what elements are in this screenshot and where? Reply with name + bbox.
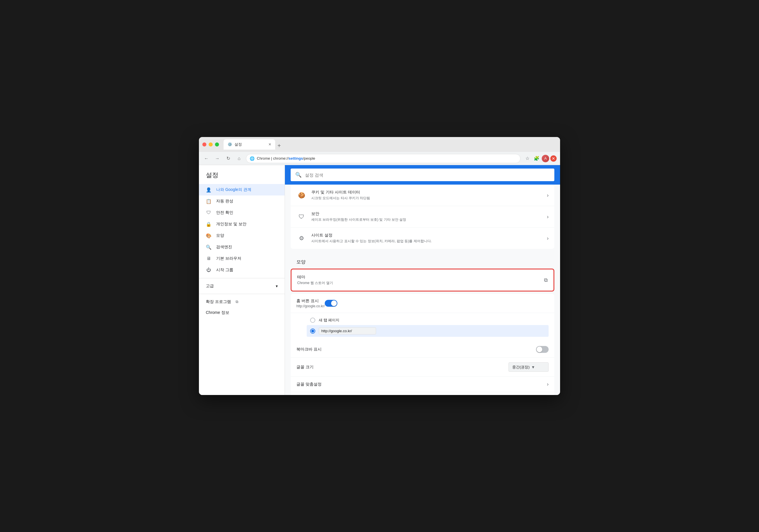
back-button[interactable]: ← bbox=[202, 154, 210, 163]
font-size-row: 글꼴 크기 중간(권장) ▾ bbox=[291, 358, 554, 377]
sidebar-item-privacy[interactable]: 🔒 개인정보 및 보안 bbox=[199, 219, 285, 230]
sidebar-item-startup[interactable]: ⏻ 시작 그룹 bbox=[199, 264, 285, 276]
refresh-icon: ↻ bbox=[226, 156, 230, 161]
home-button-sublabel: http://google.co.kr/ bbox=[297, 304, 325, 308]
home-button-toggle[interactable] bbox=[325, 300, 338, 307]
new-tab-button[interactable]: + bbox=[275, 143, 283, 149]
home-button-text: 홈 버튼 표시 http://google.co.kr/ bbox=[297, 298, 325, 308]
window-close-button[interactable] bbox=[202, 143, 206, 146]
autofill-icon: 📋 bbox=[206, 198, 212, 204]
bookmarks-bar-toggle[interactable] bbox=[536, 346, 549, 353]
radio-new-tab[interactable]: 새 탭 페이지 bbox=[307, 315, 549, 325]
back-icon: ← bbox=[204, 156, 209, 161]
cookies-text: 쿠키 및 기타 사이트 데이터 시크릿 모드에서는 타사 쿠키가 차단됨 bbox=[311, 190, 547, 201]
sidebar-item-label-autofill: 자동 완성 bbox=[216, 199, 233, 204]
security-arrow: › bbox=[547, 214, 549, 220]
main-content: 설정 👤 나와 Google의 관계 📋 자동 완성 🛡 안전 확인 🔒 개인정… bbox=[199, 165, 560, 395]
radio-new-tab-circle bbox=[310, 318, 315, 323]
bookmark-button[interactable]: ☆ bbox=[523, 154, 532, 163]
page-zoom-row: 페이지 확대/축소 100% ▾ bbox=[291, 392, 554, 395]
site-settings-text: 사이트 설정 사이트에서 사용하고 표시할 수 있는 정보(위치, 카메라, 팝… bbox=[311, 233, 547, 244]
tab-label: 설정 bbox=[234, 142, 242, 147]
url-suffix: /people bbox=[303, 156, 315, 160]
theme-card: 테마 Chrome 웹 스토어 열기 ⧉ bbox=[291, 268, 554, 292]
window-maximize-button[interactable] bbox=[215, 143, 219, 146]
home-button-label: 홈 버튼 표시 bbox=[297, 298, 325, 304]
sidebar-item-appearance[interactable]: 🎨 모양 bbox=[199, 230, 285, 241]
url-prefix: Chrome | chrome:// bbox=[257, 156, 289, 160]
security-text: 보안 세이프 브라우징(위험한 사이트로부터 보호) 및 기타 보안 설정 bbox=[311, 211, 547, 222]
url-text: Chrome | chrome://settings/people bbox=[257, 156, 315, 160]
radio-custom-url-circle bbox=[310, 328, 315, 334]
active-tab[interactable]: ⚙️ 설정 × bbox=[223, 139, 275, 150]
me-google-icon: 👤 bbox=[206, 187, 212, 193]
extensions-button[interactable]: 🧩 bbox=[533, 154, 540, 163]
home-button[interactable]: ⌂ bbox=[235, 154, 243, 163]
radio-inner bbox=[311, 330, 314, 333]
font-custom-arrow: › bbox=[547, 381, 549, 387]
window-minimize-button[interactable] bbox=[209, 143, 213, 146]
font-custom-row[interactable]: 글꼴 맞춤설정 › bbox=[291, 377, 554, 392]
theme-title: 테마 bbox=[297, 275, 544, 280]
sidebar-extensions[interactable]: 확장 프로그램 ⧉ bbox=[199, 296, 285, 307]
sidebar-item-label-privacy: 개인정보 및 보안 bbox=[216, 222, 247, 227]
radio-custom-url[interactable] bbox=[307, 325, 549, 337]
top-list-section: 🍪 쿠키 및 기타 사이트 데이터 시크릿 모드에서는 타사 쿠키가 차단됨 ›… bbox=[285, 184, 560, 395]
security-row[interactable]: 🛡 보안 세이프 브라우징(위험한 사이트로부터 보호) 및 기타 보안 설정 … bbox=[291, 206, 554, 227]
tab-close-button[interactable]: × bbox=[268, 142, 271, 147]
chrome-menu-button[interactable]: ✕ bbox=[550, 155, 557, 162]
chrome-info-label: Chrome 정보 bbox=[206, 310, 229, 315]
cookies-arrow: › bbox=[547, 192, 549, 198]
sidebar-item-label-me-google: 나와 Google의 관계 bbox=[216, 187, 251, 192]
font-size-select[interactable]: 중간(권장) ▾ bbox=[508, 362, 549, 372]
top-list-card: 🍪 쿠키 및 기타 사이트 데이터 시크릿 모드에서는 타사 쿠키가 차단됨 ›… bbox=[291, 184, 554, 249]
url-bar[interactable]: 🌐 Chrome | chrome://settings/people bbox=[246, 154, 521, 163]
theme-row[interactable]: 테마 Chrome 웹 스토어 열기 ⧉ bbox=[292, 269, 553, 291]
font-size-arrow: ▾ bbox=[532, 364, 534, 370]
site-settings-desc: 사이트에서 사용하고 표시할 수 있는 정보(위치, 카메라, 팝업 등)를 제… bbox=[311, 239, 547, 244]
theme-external-link-icon: ⧉ bbox=[544, 277, 548, 283]
sidebar-item-autofill[interactable]: 📋 자동 완성 bbox=[199, 195, 285, 207]
settings-tab-icon: ⚙️ bbox=[227, 142, 232, 147]
extensions-label: 확장 프로그램 bbox=[206, 299, 231, 305]
startup-icon: ⏻ bbox=[206, 267, 212, 273]
user-avatar[interactable]: A bbox=[542, 155, 549, 162]
tab-bar: ⚙️ 설정 × + bbox=[223, 139, 557, 150]
advanced-label: 고급 bbox=[206, 283, 214, 289]
sidebar-nav: 👤 나와 Google의 관계 📋 자동 완성 🛡 안전 확인 🔒 개인정보 및… bbox=[199, 184, 285, 318]
sidebar-title: 설정 bbox=[199, 165, 285, 184]
sidebar-item-default-browser[interactable]: 🖥 기본 브라우저 bbox=[199, 253, 285, 264]
sidebar-item-me-google[interactable]: 👤 나와 Google의 관계 bbox=[199, 184, 285, 195]
window-controls bbox=[202, 143, 219, 146]
search-engine-icon: 🔍 bbox=[206, 244, 212, 250]
refresh-button[interactable]: ↻ bbox=[224, 154, 232, 163]
home-button-radio-group: 새 탭 페이지 bbox=[291, 313, 554, 341]
radio-custom-url-input[interactable] bbox=[319, 327, 376, 335]
sidebar-advanced[interactable]: 고급 ▾ bbox=[199, 281, 285, 292]
default-browser-icon: 🖥 bbox=[206, 256, 212, 262]
font-size-label: 글꼴 크기 bbox=[297, 365, 508, 370]
appearance-label: 모양 bbox=[291, 253, 554, 268]
sidebar-item-safety[interactable]: 🛡 안전 확인 bbox=[199, 207, 285, 219]
bookmarks-toggle-knob bbox=[537, 347, 542, 352]
address-actions: ☆ 🧩 A ✕ bbox=[523, 154, 557, 163]
radio-new-tab-label: 새 탭 페이지 bbox=[319, 318, 340, 323]
forward-button[interactable]: → bbox=[213, 154, 221, 163]
search-input[interactable] bbox=[305, 173, 550, 178]
privacy-icon: 🔒 bbox=[206, 221, 212, 227]
title-bar: ⚙️ 설정 × + bbox=[199, 137, 560, 152]
site-settings-row[interactable]: ⚙ 사이트 설정 사이트에서 사용하고 표시할 수 있는 정보(위치, 카메라,… bbox=[291, 227, 554, 249]
sidebar-item-label-startup: 시작 그룹 bbox=[216, 267, 233, 272]
cookies-row[interactable]: 🍪 쿠키 및 기타 사이트 데이터 시크릿 모드에서는 타사 쿠키가 차단됨 › bbox=[291, 184, 554, 206]
safety-icon: 🛡 bbox=[206, 210, 212, 216]
search-icon: 🔍 bbox=[295, 172, 301, 178]
bookmarks-bar-row: 북마크바 표시 bbox=[291, 341, 554, 358]
sidebar-item-search-engine[interactable]: 🔍 검색엔진 bbox=[199, 241, 285, 253]
home-icon: ⌂ bbox=[238, 156, 240, 161]
url-settings: settings bbox=[289, 156, 303, 160]
appearance-settings-card: 홈 버튼 표시 http://google.co.kr/ 새 탭 페이지 bbox=[291, 294, 554, 395]
theme-text: 테마 Chrome 웹 스토어 열기 bbox=[297, 275, 544, 285]
sidebar-item-label-appearance: 모양 bbox=[216, 233, 224, 238]
sidebar-item-label-search-engine: 검색엔진 bbox=[216, 244, 232, 250]
sidebar-chrome-info[interactable]: Chrome 정보 bbox=[199, 307, 285, 318]
